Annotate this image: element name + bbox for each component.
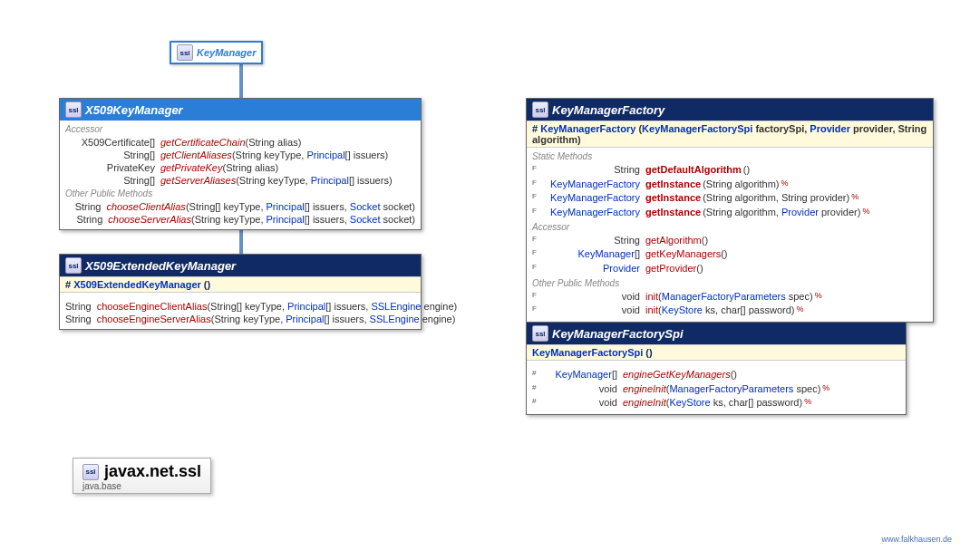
section-accessor: Accessor [527, 220, 933, 234]
method-name[interactable]: getProvider [645, 263, 696, 275]
method-name[interactable]: chooseServerAlias [108, 214, 191, 225]
modifier [65, 150, 74, 160]
header-keymanagerfactory[interactable]: ssl KeyManagerFactory [527, 99, 933, 121]
constructor-row: KeyManagerFactorySpi () [527, 344, 906, 361]
interface-keymanager[interactable]: ssl KeyManager [170, 41, 263, 64]
method-row[interactable]: String[] getClientAliases (String keyTyp… [60, 149, 421, 161]
return-type: String [541, 164, 645, 177]
method-name[interactable]: getInstance [645, 192, 703, 205]
package-box: ssl javax.net.ssl java.base [73, 458, 211, 494]
method-name[interactable]: chooseEngineServerAlias [97, 314, 211, 324]
method-name[interactable]: getInstance [645, 179, 703, 191]
modifier: F [532, 304, 541, 317]
method-name[interactable]: getPrivateKey [160, 162, 222, 173]
method-row[interactable]: F KeyManagerFactory getInstance (String … [527, 206, 933, 220]
method-name[interactable]: engineInit [623, 397, 666, 410]
method-name[interactable]: init [645, 291, 658, 304]
return-type: PrivateKey [74, 162, 160, 173]
header-x509extended[interactable]: ssl X509ExtendedKeyManager [60, 255, 421, 276]
method-row[interactable]: String chooseEngineClientAlias (String[]… [60, 300, 421, 313]
method-row[interactable]: # KeyManager[] engineGetKeyManagers () [527, 368, 906, 382]
class-title: X509ExtendedKeyManager [85, 259, 236, 273]
method-row[interactable]: String chooseClientAlias (String[] keyTy… [60, 200, 421, 213]
modifier [65, 175, 74, 186]
constructor-row: # KeyManagerFactory (KeyManagerFactorySp… [527, 121, 933, 148]
method-row[interactable]: # void engineInit (KeyStore ks, char[] p… [527, 396, 906, 410]
method-name[interactable]: engineGetKeyManagers [623, 369, 731, 381]
class-title: KeyManagerFactory [552, 103, 664, 117]
box-keymanagerfactory: ssl KeyManagerFactory # KeyManagerFactor… [526, 98, 934, 323]
ssl-icon: ssl [532, 325, 548, 342]
class-title: KeyManagerFactorySpi [552, 327, 684, 341]
method-row[interactable]: String chooseEngineServerAlias (String k… [60, 313, 421, 325]
return-type: String[] [74, 150, 160, 160]
connector-vert-1 [239, 63, 243, 100]
method-name[interactable]: init [645, 304, 658, 317]
return-type: String [65, 301, 97, 312]
method-row[interactable]: F KeyManagerFactory getInstance (String … [527, 178, 933, 192]
section-static: Static Methods [527, 150, 933, 163]
method-row[interactable]: F KeyManager[] getKeyManagers () [527, 247, 933, 262]
method-name[interactable]: getServerAliases [160, 175, 236, 186]
modifier: F [532, 291, 541, 304]
method-row[interactable]: F void init (ManagerFactoryParameters sp… [527, 290, 933, 304]
modifier: # [65, 279, 71, 290]
modifier: F [532, 164, 541, 177]
method-name[interactable]: chooseEngineClientAlias [97, 301, 208, 312]
return-type: KeyManagerFactory [541, 179, 645, 191]
header-x509keymanager[interactable]: ssl X509KeyManager [60, 99, 421, 121]
return-type: void [541, 383, 623, 396]
return-type: KeyManager[] [541, 369, 623, 381]
method-name[interactable]: getKeyManagers [645, 248, 721, 261]
modifier: F [532, 235, 541, 247]
return-type: String [541, 235, 645, 247]
modifier: # [532, 369, 541, 381]
footer-link[interactable]: www.falkhausen.de [881, 535, 952, 544]
constructor-name[interactable]: KeyManagerFactory [540, 123, 635, 134]
modifier: F [532, 207, 541, 219]
ssl-icon: ssl [65, 101, 82, 118]
method-name[interactable]: getDefaultAlgorithm [645, 164, 743, 177]
modifier [65, 162, 74, 173]
return-type: void [541, 397, 623, 410]
ssl-icon: ssl [532, 101, 548, 118]
method-name[interactable]: engineInit [623, 383, 666, 396]
return-type: String [65, 314, 97, 324]
method-row[interactable]: F Provider getProvider () [527, 262, 933, 276]
return-type: String [69, 214, 108, 225]
method-row[interactable]: F String getDefaultAlgorithm () [527, 163, 933, 178]
method-row[interactable]: PrivateKey getPrivateKey (String alias) [60, 161, 421, 174]
constructor-name[interactable]: X509ExtendedKeyManager [73, 279, 201, 290]
method-name[interactable]: getAlgorithm [645, 235, 702, 247]
box-x509extended: ssl X509ExtendedKeyManager # X509Extende… [59, 254, 422, 330]
return-type: String[] [74, 175, 160, 186]
method-row[interactable]: # void engineInit (ManagerFactoryParamet… [527, 382, 906, 397]
ssl-icon: ssl [65, 257, 82, 274]
return-type: X509Certificate[] [74, 137, 160, 148]
header-keymanagerfactoryspi[interactable]: ssl KeyManagerFactorySpi [527, 323, 906, 344]
return-type: void [541, 291, 645, 304]
modifier: F [532, 192, 541, 205]
method-name[interactable]: chooseClientAlias [106, 201, 185, 212]
modifier: # [532, 383, 541, 396]
method-row[interactable]: F void init (KeyStore ks, char[] passwor… [527, 304, 933, 318]
method-row[interactable]: X509Certificate[] getCertificateChain (S… [60, 136, 421, 149]
method-row[interactable]: F String getAlgorithm () [527, 234, 933, 248]
return-type: KeyManager[] [541, 248, 645, 261]
return-type: void [541, 304, 645, 317]
modifier: F [532, 248, 541, 261]
constructor-name[interactable]: KeyManagerFactorySpi [532, 347, 643, 358]
method-name[interactable]: getCertificateChain [160, 137, 246, 148]
method-name[interactable]: getInstance [645, 207, 703, 219]
method-row[interactable]: F KeyManagerFactory getInstance (String … [527, 191, 933, 206]
return-type: String [69, 201, 106, 212]
section-other: Other Public Methods [527, 276, 933, 290]
section-accessor: Accessor [60, 122, 421, 136]
ssl-icon: ssl [82, 464, 99, 480]
method-row[interactable]: String[] getServerAliases (String keyTyp… [60, 174, 421, 187]
modifier: F [532, 179, 541, 191]
method-row[interactable]: String chooseServerAlias (String keyType… [60, 213, 421, 226]
section-other: Other Public Methods [60, 187, 421, 200]
method-name[interactable]: getClientAliases [160, 150, 232, 160]
box-x509keymanager: ssl X509KeyManager Accessor X509Certific… [59, 98, 422, 230]
